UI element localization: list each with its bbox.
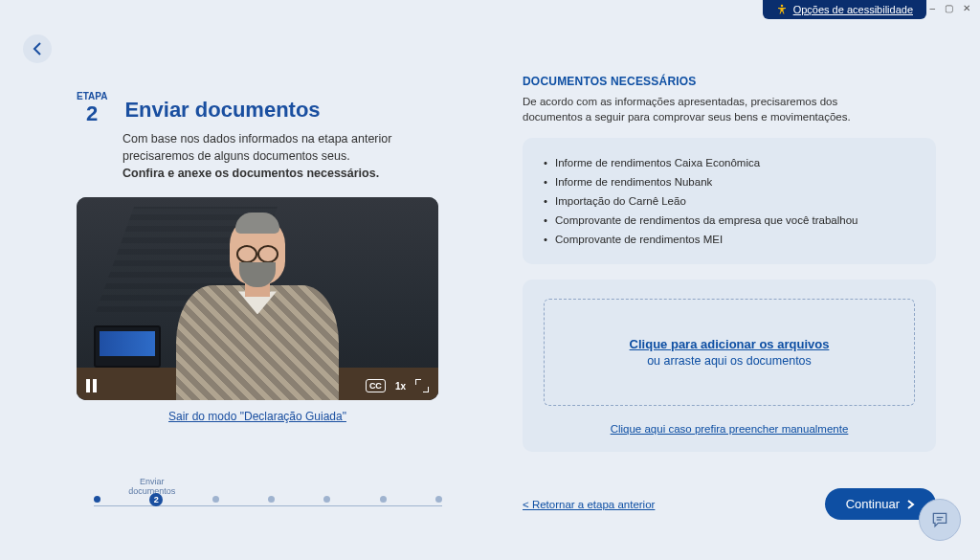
stepper-dot: [212, 496, 219, 503]
step-badge: ETAPA 2: [77, 92, 107, 124]
closed-captions-button[interactable]: CC: [366, 379, 386, 392]
video-thumbnail: [77, 197, 438, 400]
svg-point-0: [780, 5, 783, 8]
continue-button-label: Continuar: [846, 497, 900, 511]
stepper-dot: [323, 496, 330, 503]
list-item: Informe de rendimentos Caixa Econômica: [544, 153, 915, 172]
page-description: Com base nos dados informados na etapa a…: [122, 130, 438, 182]
section-title: DOCUMENTOS NECESSÁRIOS: [523, 75, 936, 88]
accessibility-banner[interactable]: Opções de acessibilidade: [763, 0, 926, 19]
section-subtitle: De acordo com as informações apresentada…: [523, 94, 886, 124]
upload-card: Clique para adicionar os arquivos ou arr…: [523, 280, 936, 452]
pause-icon[interactable]: [86, 379, 97, 392]
dropzone-drag-label: ou arraste aqui os documentos: [647, 354, 812, 368]
manual-fill-link[interactable]: Clique aqui caso prefira preencher manua…: [611, 423, 849, 435]
desc-line2: Confira e anexe os documentos necessário…: [122, 167, 379, 180]
file-dropzone[interactable]: Clique para adicionar os arquivos ou arr…: [544, 299, 915, 406]
playback-speed-button[interactable]: 1x: [395, 381, 406, 392]
list-item: Comprovante de rendimentos da empresa qu…: [544, 211, 915, 230]
minimize-button[interactable]: –: [929, 3, 935, 13]
exit-guided-link[interactable]: Sair do modo "Declaração Guiada": [168, 410, 346, 423]
progress-stepper: Enviar documentos 2: [94, 480, 442, 514]
list-item: Importação do Carnê Leão: [544, 191, 915, 211]
video-player[interactable]: CC 1x: [77, 197, 438, 400]
required-documents-card: Informe de rendimentos Caixa Econômica I…: [523, 138, 936, 264]
left-pane: ETAPA 2 Enviar documentos Com base nos d…: [17, 21, 490, 543]
stepper-dot: [94, 496, 100, 503]
list-item: Comprovante de rendimentos MEI: [544, 230, 915, 249]
page-title: Enviar documentos: [124, 98, 320, 123]
chat-icon: [930, 510, 949, 529]
dropzone-click-label: Clique para adicionar os arquivos: [630, 337, 830, 351]
close-window-button[interactable]: ✕: [963, 3, 970, 13]
desc-line1: Com base nos dados informados na etapa a…: [122, 132, 391, 163]
maximize-button[interactable]: ▢: [945, 3, 953, 13]
required-documents-list: Informe de rendimentos Caixa Econômica I…: [544, 153, 915, 249]
accessibility-label: Opções de acessibilidade: [793, 4, 913, 15]
video-controls: CC 1x: [86, 379, 429, 392]
chevron-right-icon: [907, 500, 915, 509]
fullscreen-icon[interactable]: [415, 379, 429, 392]
list-item: Informe de rendimentos Nubank: [544, 172, 915, 191]
stepper-dot-current: 2: [149, 493, 163, 506]
chat-fab[interactable]: [919, 499, 961, 541]
step-number: 2: [86, 103, 98, 124]
right-pane: DOCUMENTOS NECESSÁRIOS De acordo com as …: [490, 21, 963, 543]
step-word: ETAPA: [77, 92, 107, 101]
accessibility-icon: [776, 4, 788, 15]
stepper-dot: [435, 496, 442, 503]
return-previous-step-link[interactable]: < Retornar a etapa anterior: [523, 499, 655, 510]
stepper-dot: [380, 496, 387, 503]
stepper-dot: [268, 496, 275, 503]
